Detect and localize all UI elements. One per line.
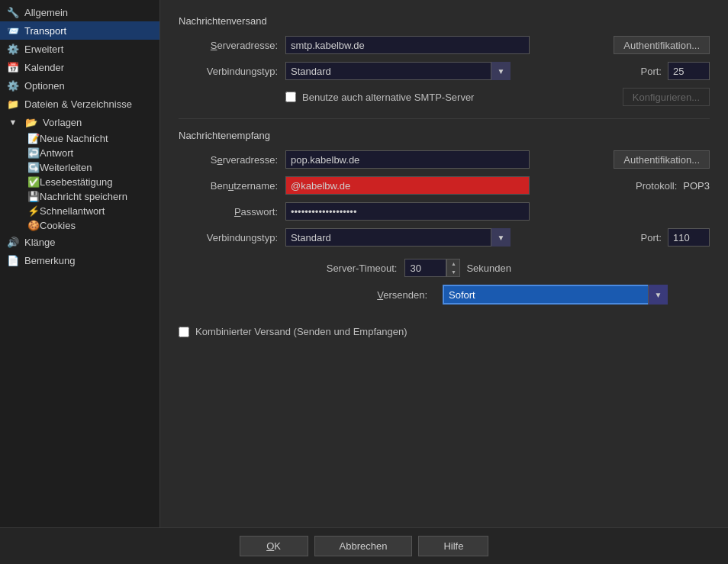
sidebar-item-allgemein[interactable]: 🔧 Allgemein [0,3,159,21]
transport-icon: 📨 [6,24,20,37]
sidebar-label-allgemein: Allgemein [24,7,68,18]
nachricht-speichern-icon: 💾 [27,191,40,202]
versand-serveradresse-label: Serveradresse: [179,40,285,51]
timeout-input[interactable] [404,259,446,277]
versenden-label: Versenden: [377,289,435,301]
passwort-label: Passwort: [179,206,285,218]
sidebar-label-cookies: Cookies [40,220,76,231]
timeout-spinner: ▲ ▼ [446,259,460,277]
sekunden-label: Sekunden [466,263,511,274]
versand-auth-button[interactable]: Authentifikation... [614,36,710,54]
sidebar-item-nachricht-speichern[interactable]: 💾 Nachricht speichern [17,189,159,204]
sidebar-item-bemerkung[interactable]: 📄 Bemerkung [0,251,159,269]
ok-button[interactable]: OK [240,536,308,556]
sidebar-item-cookies[interactable]: 🍪 Cookies [17,218,159,233]
sidebar-item-klaenge[interactable]: 🔊 Klänge [0,233,159,251]
kombiniert-checkbox[interactable] [179,327,189,337]
protokoll-label: Protokoll: [636,180,677,192]
sidebar-item-optionen[interactable]: ⚙️ Optionen [0,76,159,95]
sidebar-label-antwort: Antwort [40,147,73,159]
empfang-serveradresse-input[interactable] [285,150,530,169]
optionen-icon: ⚙️ [6,79,20,92]
klaenge-icon: 🔊 [6,235,20,249]
versand-verbindungstyp-select[interactable]: Standard SSL/TLS STARTTLS [285,62,511,80]
versenden-row: Versenden: Sofort Manuell ▼ [179,285,668,305]
timeout-up-button[interactable]: ▲ [447,259,459,268]
passwort-row: Passwort: [179,202,710,221]
passwort-input[interactable] [285,202,530,221]
sidebar-item-dateien[interactable]: 📁 Dateien & Verzeichnisse [0,95,159,113]
sidebar-item-erweitert[interactable]: ⚙️ Erweitert [0,40,159,58]
empfang-verbindungstyp-row: Verbindungstyp: Standard SSL/TLS STARTTL… [179,228,710,247]
sidebar-label-transport: Transport [24,25,66,37]
empfang-serveradresse-row: Serveradresse: Authentifikation... [179,150,710,169]
protokoll-value: POP3 [683,180,710,192]
timeout-input-wrapper: ▲ ▼ [404,259,460,277]
dateien-icon: 📁 [6,97,20,111]
antwort-icon: ↩️ [27,147,40,159]
versand-serveradresse-row: Serveradresse: Authentifikation... [179,36,710,54]
smtp-checkbox-label: Benutze auch alternative SMTP-Server [302,92,474,103]
vorlagen-icon: ▼ [6,115,20,129]
section-versand-title: Nachrichtenversand [179,15,710,27]
empfang-auth-button[interactable]: Authentifikation... [614,150,710,169]
sidebar-label-bemerkung: Bemerkung [24,255,75,266]
allgemein-icon: 🔧 [6,5,20,19]
sidebar-label-klaenge: Klänge [24,237,55,248]
versand-serveradresse-input[interactable] [285,36,530,54]
weiterleiten-icon: ↪️ [27,162,40,173]
empfang-serveradresse-label: Serveradresse: [179,154,285,166]
timeout-down-button[interactable]: ▼ [447,268,459,276]
benutzername-label: Benutzername: [179,180,285,192]
versenden-select-wrapper: Sofort Manuell ▼ [443,285,668,305]
sidebar-label-optionen: Optionen [24,80,65,92]
timeout-label: Server-Timeout: [298,263,404,274]
empfang-verbindungstyp-label: Verbindungstyp: [179,232,285,243]
benutzername-input[interactable] [285,176,530,195]
sidebar-label-erweitert: Erweitert [24,44,63,55]
versand-verbindungstyp-row: Verbindungstyp: Standard SSL/TLS STARTTL… [179,62,710,80]
timeout-row: Server-Timeout: ▲ ▼ Sekunden [179,259,511,277]
kombiniert-checkbox-label: Kombinierter Versand (Senden und Empfang… [195,326,407,337]
sidebar-label-lesebestaetigung: Lesebestätigung [40,176,112,188]
main-content: Nachrichtenversand Serveradresse: Authen… [160,0,728,527]
kalender-icon: 📅 [6,60,20,74]
smtp-checkbox[interactable] [285,92,296,102]
lesebestaetigung-icon: ✅ [27,176,40,188]
sidebar: 🔧 Allgemein 📨 Transport ⚙️ Erweitert 📅 K… [0,0,160,527]
empfang-verbindungstyp-wrapper: Standard SSL/TLS STARTTLS ▼ [285,228,511,247]
versenden-select[interactable]: Sofort Manuell [443,285,668,305]
versand-port-input[interactable] [668,62,710,80]
sidebar-label-weiterleiten: Weiterleiten [40,162,92,173]
konfigurieren-button: Konfigurieren... [623,88,710,106]
benutzername-row: Benutzername: Protokoll: POP3 [179,176,710,195]
versand-port-label: Port: [641,66,662,77]
sidebar-item-vorlagen[interactable]: ▼ 📂 Vorlagen [0,113,159,131]
section-divider [179,118,710,119]
sidebar-label-kalender: Kalender [24,62,64,73]
abbrechen-button[interactable]: Abbrechen [314,536,413,556]
sidebar-item-weiterleiten[interactable]: ↪️ Weiterleiten [17,160,159,175]
section-empfang-title: Nachrichtenempfang [179,130,710,141]
sidebar-item-schnellantwort[interactable]: ⚡ Schnellantwort [17,204,159,218]
sidebar-item-antwort[interactable]: ↩️ Antwort [17,146,159,160]
sidebar-label-nachricht-speichern: Nachricht speichern [40,191,127,202]
cookies-icon: 🍪 [27,220,40,231]
sidebar-item-kalender[interactable]: 📅 Kalender [0,58,159,76]
sidebar-item-lesebestaetigung[interactable]: ✅ Lesebestätigung [17,175,159,189]
sidebar-label-vorlagen: Vorlagen [43,117,82,128]
kombiniert-checkbox-row: Kombinierter Versand (Senden und Empfang… [179,326,710,337]
vorlagen-folder-icon: 📂 [24,115,38,129]
sidebar-item-neue-nachricht[interactable]: 📝 Neue Nachricht [17,131,159,146]
empfang-verbindungstyp-select[interactable]: Standard SSL/TLS STARTTLS [285,228,511,247]
sidebar-item-transport[interactable]: 📨 Transport [0,21,159,40]
neue-nachricht-icon: 📝 [27,133,40,144]
sidebar-label-schnellantwort: Schnellantwort [40,205,105,217]
smtp-checkbox-row: Benutze auch alternative SMTP-Server Kon… [285,88,710,106]
versand-verbindungstyp-label: Verbindungstyp: [179,66,285,77]
empfang-port-label: Port: [641,232,662,243]
bottom-bar: OK Abbrechen Hilfe [0,527,728,564]
schnellantwort-icon: ⚡ [27,205,40,217]
hilfe-button[interactable]: Hilfe [418,536,488,556]
empfang-port-input[interactable] [668,228,710,247]
